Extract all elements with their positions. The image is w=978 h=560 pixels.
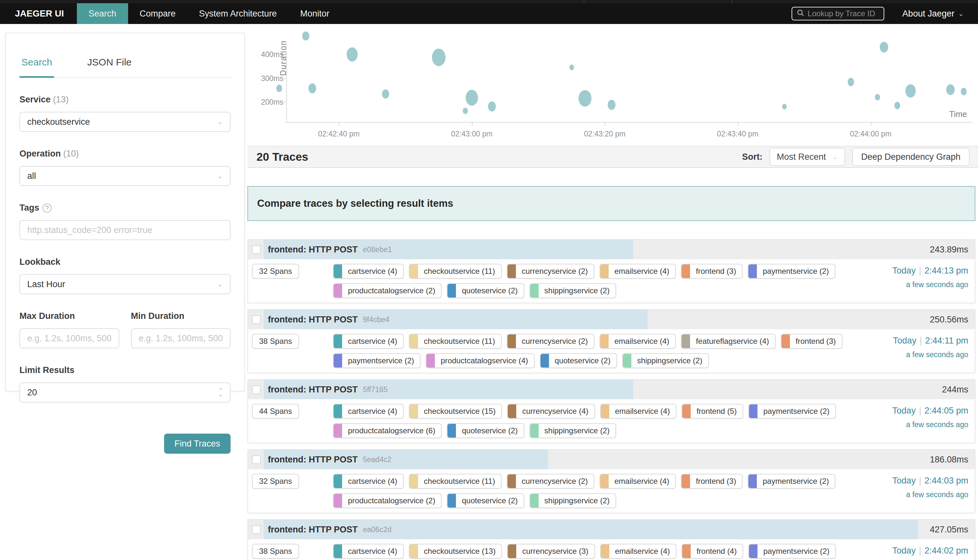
span-count-chip: 38 Spans bbox=[252, 544, 299, 559]
trace-scatter-point[interactable] bbox=[309, 83, 316, 93]
trace-scatter-point[interactable] bbox=[895, 102, 900, 109]
service-tag-label: productcatalogservice (6) bbox=[342, 426, 441, 435]
service-select[interactable]: checkoutservice ⌄ bbox=[20, 112, 230, 132]
trace-card-header[interactable]: frontend: HTTP POSTea06c2d427.05ms bbox=[248, 520, 975, 539]
trace-scatter-point[interactable] bbox=[905, 84, 916, 98]
trace-scatter-point[interactable] bbox=[488, 102, 496, 112]
trace-compare-checkbox[interactable] bbox=[252, 385, 261, 394]
trace-scatter-point[interactable] bbox=[607, 100, 616, 110]
lookback-label: Lookback bbox=[20, 257, 230, 267]
service-tag-shippingservice: shippingservice (2) bbox=[529, 493, 616, 508]
trace-result-card[interactable]: frontend: HTTP POST9f4cbe4250.56ms38 Spa… bbox=[247, 309, 975, 373]
service-tag-paymentservice: paymentservice (2) bbox=[748, 474, 835, 489]
trace-card-header[interactable]: frontend: HTTP POSTe08ebe1243.89ms bbox=[248, 240, 975, 259]
trace-compare-checkbox[interactable] bbox=[252, 455, 261, 464]
nav-tab-system-architecture[interactable]: System Architecture bbox=[187, 3, 289, 24]
trace-scatter-point[interactable] bbox=[302, 32, 309, 40]
trace-compare-checkbox[interactable] bbox=[252, 245, 261, 254]
trace-title[interactable]: frontend: HTTP POST bbox=[268, 385, 358, 395]
service-tag-quoteservice: quoteservice (2) bbox=[540, 353, 617, 368]
trace-scatter-point[interactable] bbox=[961, 88, 967, 95]
app-logo[interactable]: JAEGER UI bbox=[0, 3, 77, 24]
service-color-swatch bbox=[601, 404, 609, 419]
trace-lookup-box[interactable] bbox=[791, 7, 884, 20]
max-duration-input[interactable] bbox=[27, 333, 112, 343]
trace-title[interactable]: frontend: HTTP POST bbox=[268, 315, 358, 325]
trace-card-body: 38 Spanscartservice (4)checkoutservice (… bbox=[248, 539, 975, 560]
service-color-swatch bbox=[334, 493, 342, 508]
trace-scatter-point[interactable] bbox=[848, 78, 854, 86]
trace-scatter-point[interactable] bbox=[276, 85, 282, 92]
trace-lookup-input[interactable] bbox=[808, 9, 876, 18]
nav-tab-monitor[interactable]: Monitor bbox=[289, 3, 341, 24]
trace-scatter-point[interactable] bbox=[579, 90, 591, 107]
min-duration-input[interactable] bbox=[139, 333, 223, 343]
service-tag-currencyservice: currencyservice (4) bbox=[507, 404, 595, 419]
service-tag-label: frontend (3) bbox=[690, 477, 742, 486]
trace-scatter-point[interactable] bbox=[466, 90, 478, 106]
trace-card-header[interactable]: frontend: HTTP POST5ff7165244ms bbox=[248, 380, 975, 399]
trace-scatter-point[interactable] bbox=[946, 84, 955, 95]
nav-tabs: SearchCompareSystem ArchitectureMonitor bbox=[77, 3, 341, 24]
y-tick-label: 300ms bbox=[261, 74, 284, 83]
sort-label: Sort: bbox=[742, 152, 763, 162]
service-color-swatch bbox=[334, 474, 342, 489]
nav-tab-search[interactable]: Search bbox=[77, 3, 128, 24]
service-tag-label: paymentservice (2) bbox=[758, 547, 835, 556]
trace-result-card[interactable]: frontend: HTTP POSTe08ebe1243.89ms32 Spa… bbox=[247, 239, 975, 303]
trace-card-header[interactable]: frontend: HTTP POST5ead4c2186.08ms bbox=[248, 450, 975, 469]
service-color-swatch bbox=[507, 264, 516, 279]
nav-tab-compare[interactable]: Compare bbox=[128, 3, 187, 24]
sidebar-tab-search[interactable]: Search bbox=[20, 52, 54, 78]
service-tag-shippingservice: shippingservice (2) bbox=[529, 423, 616, 438]
trace-time: 2:44:13 pm bbox=[925, 266, 968, 275]
stepper-down-icon[interactable]: ⌄ bbox=[219, 392, 223, 397]
sort-select[interactable]: Most Recent ⌄ bbox=[769, 148, 845, 166]
trace-duration-bar bbox=[264, 520, 918, 539]
trace-scatter-point[interactable] bbox=[347, 47, 358, 62]
trace-result-card[interactable]: frontend: HTTP POST5ead4c2186.08ms32 Spa… bbox=[247, 449, 975, 513]
trace-scatter-point[interactable] bbox=[463, 108, 468, 114]
service-tag-emailservice: emailservice (4) bbox=[600, 404, 676, 419]
trace-scatter-point[interactable] bbox=[432, 48, 446, 66]
service-tag-cartservice: cartservice (4) bbox=[333, 334, 404, 349]
service-color-swatch bbox=[748, 264, 757, 279]
trace-time-cell: Today|2:44:13 pma few seconds ago bbox=[865, 264, 968, 298]
trace-compare-checkbox[interactable] bbox=[252, 525, 261, 534]
trace-title[interactable]: frontend: HTTP POST bbox=[268, 455, 358, 465]
service-tag-featureflagservice: featureflagservice (4) bbox=[681, 334, 775, 349]
about-jaeger-menu[interactable]: About Jaeger ⌄ bbox=[903, 9, 964, 19]
service-tag-label: quoteservice (2) bbox=[549, 356, 616, 365]
trace-result-card[interactable]: frontend: HTTP POSTea06c2d427.05ms38 Spa… bbox=[247, 519, 975, 560]
service-tag-productcatalogservice: productcatalogservice (2) bbox=[333, 493, 442, 508]
trace-card-header[interactable]: frontend: HTTP POST9f4cbe4250.56ms bbox=[248, 310, 975, 329]
chevron-down-icon: ⌄ bbox=[217, 172, 223, 180]
x-tick-label: 02:43:20 pm bbox=[584, 130, 626, 138]
trace-scatter-point[interactable] bbox=[782, 104, 787, 110]
trace-scatter-point[interactable] bbox=[880, 42, 888, 52]
find-traces-button[interactable]: Find Traces bbox=[164, 433, 230, 454]
tags-input[interactable] bbox=[27, 225, 223, 235]
service-tag-list: cartservice (4)checkoutservice (11)curre… bbox=[333, 334, 858, 368]
trace-scatter-point[interactable] bbox=[569, 65, 574, 70]
lookback-select-value: Last Hour bbox=[27, 279, 65, 289]
trace-title[interactable]: frontend: HTTP POST bbox=[268, 525, 358, 535]
help-circle-icon[interactable]: ? bbox=[42, 203, 52, 213]
service-tag-label: cartservice (4) bbox=[342, 477, 403, 486]
operation-select[interactable]: all ⌄ bbox=[20, 166, 230, 186]
trace-result-card[interactable]: frontend: HTTP POST5ff7165244ms44 Spansc… bbox=[247, 379, 975, 443]
service-tag-checkoutservice: checkoutservice (15) bbox=[409, 404, 502, 419]
service-color-swatch bbox=[410, 404, 418, 419]
trace-title[interactable]: frontend: HTTP POST bbox=[268, 245, 358, 255]
number-stepper[interactable]: ⌃⌄ bbox=[214, 388, 223, 397]
trace-scatter-point[interactable] bbox=[382, 90, 389, 98]
sidebar-tab-json-file[interactable]: JSON File bbox=[85, 52, 134, 77]
lookback-select[interactable]: Last Hour ⌄ bbox=[20, 274, 230, 294]
limit-results-input[interactable] bbox=[27, 388, 209, 398]
deep-dependency-graph-button[interactable]: Deep Dependency Graph bbox=[852, 148, 970, 166]
x-tick-mark bbox=[472, 122, 472, 127]
trace-scatter-point[interactable] bbox=[875, 94, 880, 100]
service-color-swatch bbox=[530, 423, 539, 438]
service-color-swatch bbox=[334, 353, 342, 368]
trace-compare-checkbox[interactable] bbox=[252, 315, 261, 324]
